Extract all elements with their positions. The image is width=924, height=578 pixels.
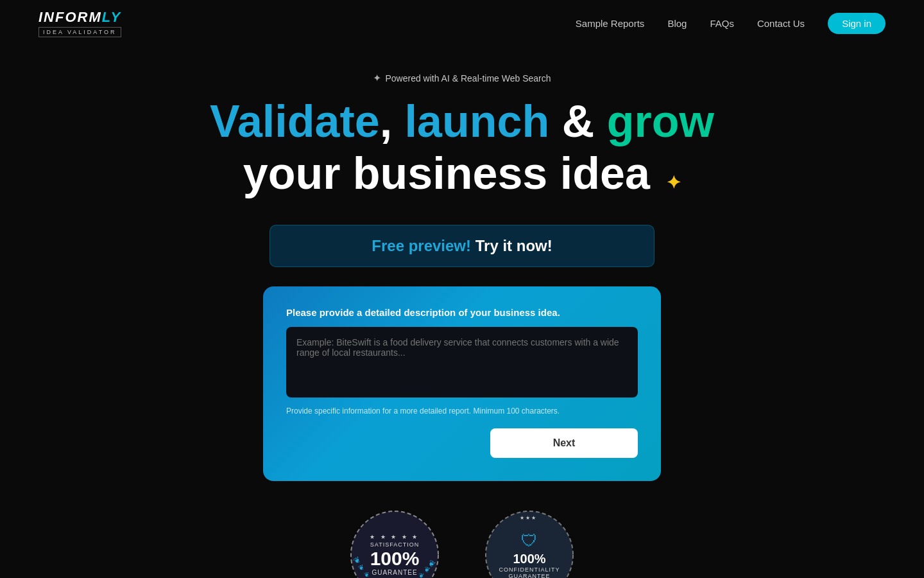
powered-badge: ✦ Powered with AI & Real-time Web Search: [13, 72, 911, 84]
badge-satisfaction-bottom: GUARANTEE: [359, 569, 430, 576]
satisfaction-badge: ❦ ❦ ❦ ❦ ❦ ❦ ★ ★ ★ ★ ★ SATISFACTION 100% …: [346, 507, 443, 578]
hero-title: Validate, launch & grow your business id…: [13, 96, 911, 199]
satisfaction-badge-content: ★ ★ ★ ★ ★ SATISFACTION 100% GUARANTEE: [359, 534, 430, 576]
badge-confidentiality-middle: CONFIDENTIALITY: [494, 566, 565, 573]
form-label: Please provide a detailed description of…: [286, 307, 638, 318]
business-idea-textarea[interactable]: [286, 327, 638, 398]
logo-text: INFORMLY: [38, 9, 121, 26]
shield-icon: 🛡: [494, 531, 565, 551]
hero-grow: grow: [607, 96, 714, 146]
nav-sample-reports[interactable]: Sample Reports: [576, 18, 645, 29]
logo-tagline: IDEA VALIDATOR: [38, 27, 121, 37]
confidentiality-badge-content: 🛡 100% CONFIDENTIALITY GUARANTEE: [494, 531, 565, 579]
signin-button[interactable]: Sign in: [828, 13, 886, 34]
svg-text:★ ★ ★: ★ ★ ★: [520, 515, 536, 521]
badge-confidentiality-bottom: GUARANTEE: [494, 573, 565, 579]
badge-satisfaction-percent: 100%: [359, 548, 430, 569]
nav-links: Sample Reports Blog FAQs Contact Us Sign…: [576, 13, 886, 34]
hero-launch: launch: [405, 96, 550, 146]
preview-banner: Free preview! Try it now!: [270, 225, 654, 267]
confidentiality-badge: ★ ★ ★ ★ ★ ★ 🛡 100% CONFIDENTIALITY GUARA…: [481, 507, 578, 578]
hero-validate: Validate: [210, 96, 380, 146]
powered-text: Powered with AI & Real-time Web Search: [385, 73, 551, 83]
idea-form-card: Please provide a detailed description of…: [263, 286, 661, 481]
next-button[interactable]: Next: [490, 428, 638, 458]
logo[interactable]: INFORMLY IDEA VALIDATOR: [38, 9, 121, 37]
badges-section: ❦ ❦ ❦ ❦ ❦ ❦ ★ ★ ★ ★ ★ SATISFACTION 100% …: [0, 507, 924, 578]
hero-subtitle: your business idea: [243, 148, 650, 198]
badge-confidentiality-percent: 100%: [494, 552, 565, 565]
badge-stars: ★ ★ ★ ★ ★: [359, 534, 430, 540]
hero-section: ✦ Powered with AI & Real-time Web Search…: [0, 46, 924, 206]
badge-satisfaction-label: SATISFACTION: [359, 541, 430, 548]
try-now-label: Try it now!: [475, 237, 552, 254]
navbar: INFORMLY IDEA VALIDATOR Sample Reports B…: [0, 0, 924, 46]
form-hint: Provide specific information for a more …: [286, 407, 638, 416]
nav-faqs[interactable]: FAQs: [710, 18, 734, 29]
sparkle-icon: ✦: [373, 72, 381, 84]
free-preview-label: Free preview!: [372, 237, 471, 254]
nav-contact-us[interactable]: Contact Us: [757, 18, 805, 29]
nav-blog[interactable]: Blog: [667, 18, 687, 29]
sparkle-gold-icon: ✦: [666, 173, 681, 193]
